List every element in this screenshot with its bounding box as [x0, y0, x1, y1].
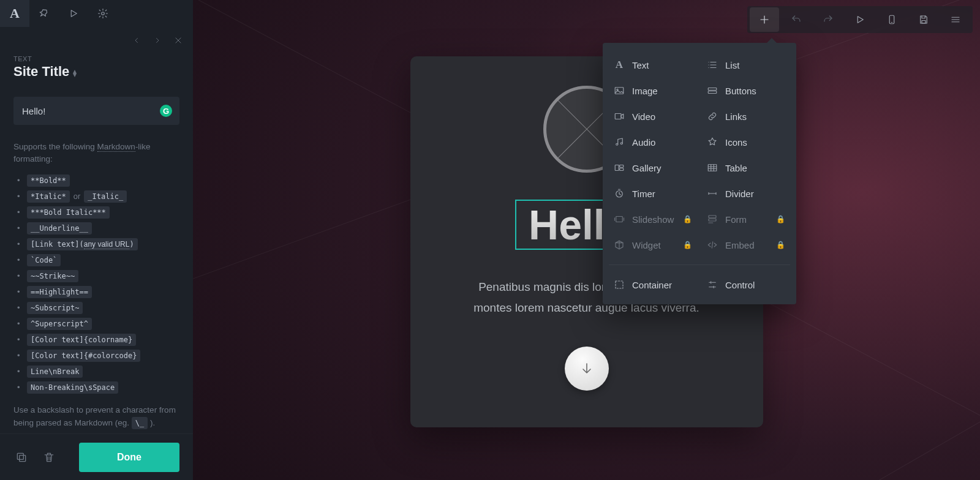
control-icon: [707, 279, 718, 290]
links-icon: [707, 111, 718, 122]
markdown-chip: __Underline__: [27, 222, 92, 234]
plus-icon: [759, 14, 770, 25]
form-icon: [707, 214, 718, 225]
tab-pin[interactable]: [29, 0, 59, 27]
text-input[interactable]: Hello! G: [13, 97, 179, 125]
help-item: ~~Strike~~: [13, 270, 179, 282]
arrow-down-icon: [579, 361, 594, 376]
section-label: TEXT: [13, 55, 179, 62]
delete-button[interactable]: [41, 449, 58, 466]
help-item: ***Bold Italic***: [13, 206, 179, 219]
title-sort-caret[interactable]: ▴▾: [73, 68, 77, 75]
canvas[interactable]: Hello! Penatibus magnis dis lorem nisl p…: [193, 0, 980, 480]
help-item: __Underline__: [13, 222, 179, 234]
add-embed[interactable]: Embed🔒: [702, 233, 790, 257]
save-icon: [918, 14, 929, 25]
svg-rect-8: [615, 114, 621, 119]
lock-icon: 🔒: [683, 241, 692, 249]
preview-button[interactable]: [845, 7, 875, 32]
add-container[interactable]: Container: [609, 272, 697, 297]
add-item-label: Video: [632, 111, 655, 122]
markdown-chip: ==Highlight==: [27, 286, 92, 298]
svg-rect-16: [616, 217, 623, 222]
add-links[interactable]: Links: [702, 104, 790, 129]
svg-rect-4: [615, 88, 624, 94]
add-item-label: Embed: [725, 240, 755, 250]
add-table[interactable]: Table: [702, 156, 790, 180]
svg-rect-12: [620, 165, 624, 168]
add-widget[interactable]: Widget🔒: [609, 233, 697, 257]
help-item: ==Highlight==: [13, 286, 179, 298]
svg-rect-19: [616, 281, 623, 288]
escape-chip: \_: [132, 417, 148, 429]
help-item: ~Subscript~: [13, 302, 179, 314]
add-form[interactable]: Form🔒: [702, 207, 790, 231]
add-icons[interactable]: Icons: [702, 130, 790, 154]
add-image[interactable]: Image: [609, 78, 697, 103]
svg-rect-7: [708, 91, 717, 94]
element-title[interactable]: Site Title: [13, 64, 69, 80]
add-text[interactable]: AText: [609, 53, 697, 77]
help-item: ^Superscript^: [13, 318, 179, 330]
add-item-label: Text: [632, 60, 649, 70]
grammarly-badge-icon[interactable]: G: [160, 105, 172, 117]
undo-button[interactable]: [782, 7, 811, 32]
menu-button[interactable]: [941, 7, 970, 32]
help-item: [Color text]{colorname}: [13, 334, 179, 346]
add-buttons[interactable]: Buttons: [702, 78, 790, 103]
add-element-button[interactable]: [750, 7, 779, 32]
add-audio[interactable]: Audio: [609, 130, 697, 154]
duplicate-button[interactable]: [13, 449, 30, 466]
markdown-chip: **Bold**: [27, 174, 70, 187]
add-timer[interactable]: Timer: [609, 181, 697, 206]
svg-point-5: [617, 89, 618, 90]
save-button[interactable]: [909, 7, 938, 32]
nav-next[interactable]: [150, 33, 165, 48]
markdown-chip: Line\nBreak: [27, 366, 83, 378]
timer-icon: [614, 188, 625, 199]
markdown-help-intro: Supports the following Markdown-like for…: [13, 141, 179, 166]
top-toolbar: [747, 6, 973, 33]
add-item-label: Gallery: [632, 163, 662, 173]
widget-icon: [614, 239, 625, 250]
tab-text[interactable]: A: [0, 0, 29, 27]
tab-settings[interactable]: [88, 0, 118, 27]
play-icon: [854, 14, 865, 25]
add-item-label: Image: [632, 86, 658, 96]
text-icon: A: [9, 8, 20, 19]
inspector-footer: Done: [0, 433, 193, 480]
add-item-label: Form: [725, 214, 747, 225]
embed-icon: [707, 239, 718, 250]
add-list[interactable]: List: [702, 53, 790, 77]
tab-play[interactable]: [59, 0, 88, 27]
redo-button[interactable]: [813, 7, 843, 32]
scroll-down-button[interactable]: [565, 347, 609, 391]
svg-rect-17: [709, 216, 716, 218]
undo-icon: [791, 14, 802, 25]
nav-close[interactable]: [171, 33, 186, 48]
add-control[interactable]: Control: [702, 272, 790, 297]
help-item: Line\nBreak: [13, 366, 179, 378]
add-divider[interactable]: Divider: [702, 181, 790, 206]
buttons-icon: [707, 85, 718, 96]
icons-icon: [707, 137, 718, 148]
help-item: **Bold**: [13, 174, 179, 187]
lock-icon: 🔒: [776, 215, 785, 223]
trash-icon: [43, 451, 55, 463]
device-toggle-button[interactable]: [877, 7, 907, 32]
markdown-chip: [Color text]{colorname}: [27, 334, 136, 346]
chevron-left-icon: [133, 37, 140, 44]
gear-icon: [97, 8, 108, 19]
markdown-chip: Non-Breaking\sSpace: [27, 381, 118, 394]
markdown-link[interactable]: Markdown: [97, 142, 135, 152]
add-gallery[interactable]: Gallery: [609, 156, 697, 180]
lock-icon: 🔒: [776, 241, 785, 249]
add-item-label: Links: [725, 111, 747, 122]
add-slideshow[interactable]: Slideshow🔒: [609, 207, 697, 231]
nav-prev[interactable]: [129, 33, 144, 48]
add-video[interactable]: Video: [609, 104, 697, 129]
image-icon: [614, 85, 625, 96]
svg-rect-13: [620, 168, 624, 171]
done-button[interactable]: Done: [79, 443, 179, 472]
markdown-chip: `Code`: [27, 254, 61, 266]
